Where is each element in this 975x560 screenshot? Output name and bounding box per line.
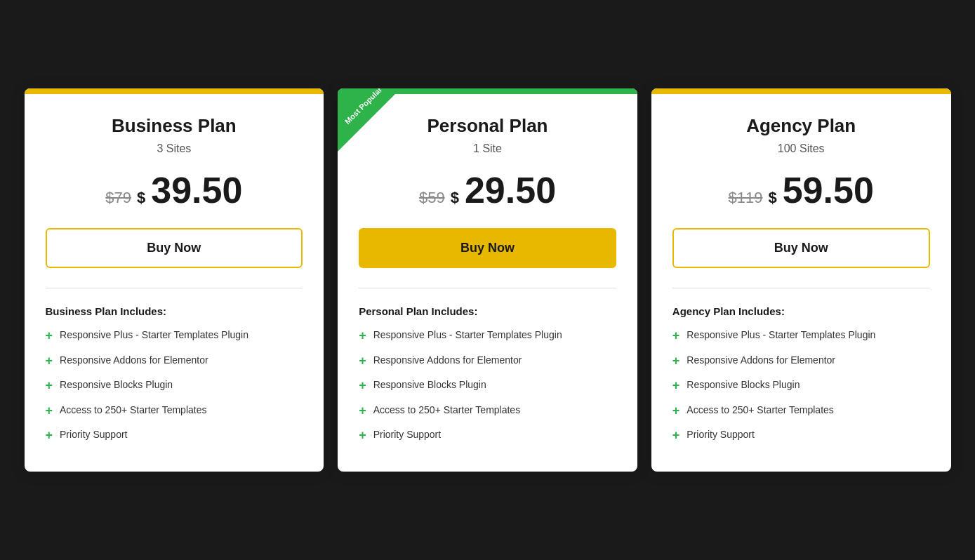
feature-text-personal-3: Access to 250+ Starter Templates [373, 404, 520, 418]
plus-icon: + [359, 378, 366, 394]
plus-icon: + [672, 378, 680, 394]
buy-button-business[interactable]: Buy Now [46, 228, 303, 268]
list-item: +Access to 250+ Starter Templates [46, 404, 303, 419]
list-item: +Responsive Addons for Elementor [46, 354, 303, 369]
feature-text-business-1: Responsive Addons for Elementor [60, 354, 208, 368]
price-amount-personal: 29.50 [465, 172, 556, 208]
dollar-sign-business: $ [137, 189, 145, 207]
includes-title-personal: Personal Plan Includes: [359, 305, 616, 317]
feature-text-agency-0: Responsive Plus - Starter Templates Plug… [687, 328, 875, 342]
list-item: +Access to 250+ Starter Templates [359, 404, 616, 419]
plan-sites-business: 3 Sites [46, 142, 303, 155]
pricing-card-personal: Most PopularPersonal Plan1 Site$59$29.50… [338, 88, 637, 472]
original-price-business: $79 [105, 189, 131, 207]
feature-list-business: +Responsive Plus - Starter Templates Plu… [46, 328, 303, 444]
plus-icon: + [672, 328, 680, 344]
card-content-agency: Agency Plan100 Sites$119$59.50Buy NowAge… [651, 94, 951, 458]
feature-text-business-0: Responsive Plus - Starter Templates Plug… [60, 328, 248, 342]
divider-agency [672, 288, 930, 288]
feature-text-personal-1: Responsive Addons for Elementor [373, 354, 522, 368]
feature-text-agency-2: Responsive Blocks Plugin [687, 378, 800, 392]
feature-text-agency-1: Responsive Addons for Elementor [687, 354, 835, 368]
card-top-bar-business [25, 88, 324, 94]
divider-business [46, 288, 303, 288]
list-item: +Responsive Blocks Plugin [359, 378, 616, 394]
plan-sites-agency: 100 Sites [672, 142, 930, 155]
feature-text-agency-3: Access to 250+ Starter Templates [687, 404, 833, 418]
feature-text-agency-4: Priority Support [687, 428, 754, 442]
list-item: +Responsive Plus - Starter Templates Plu… [672, 328, 930, 344]
card-content-business: Business Plan3 Sites$79$39.50Buy NowBusi… [25, 94, 324, 458]
feature-list-agency: +Responsive Plus - Starter Templates Plu… [672, 328, 930, 444]
list-item: +Responsive Addons for Elementor [672, 354, 930, 369]
pricing-card-agency: Agency Plan100 Sites$119$59.50Buy NowAge… [651, 88, 951, 472]
buy-button-agency[interactable]: Buy Now [672, 228, 930, 268]
plan-name-agency: Agency Plan [672, 115, 930, 137]
feature-text-personal-4: Priority Support [373, 428, 441, 442]
badge-text: Most Popular [343, 88, 385, 126]
feature-text-business-3: Access to 250+ Starter Templates [60, 404, 206, 418]
list-item: +Priority Support [359, 428, 616, 444]
price-row-business: $79$39.50 [46, 172, 303, 208]
plus-icon: + [46, 354, 53, 369]
price-row-personal: $59$29.50 [359, 172, 616, 208]
plus-icon: + [359, 428, 366, 444]
plus-icon: + [359, 354, 366, 369]
price-amount-agency: 59.50 [783, 172, 874, 208]
plus-icon: + [46, 404, 53, 419]
original-price-personal: $59 [419, 189, 445, 207]
card-top-bar-agency [651, 88, 951, 94]
list-item: +Responsive Plus - Starter Templates Plu… [46, 328, 303, 344]
list-item: +Responsive Plus - Starter Templates Plu… [359, 328, 616, 344]
list-item: +Priority Support [46, 428, 303, 444]
price-row-agency: $119$59.50 [672, 172, 930, 208]
pricing-card-business: Business Plan3 Sites$79$39.50Buy NowBusi… [25, 88, 324, 472]
original-price-agency: $119 [729, 189, 763, 207]
buy-button-personal[interactable]: Buy Now [359, 228, 616, 268]
price-amount-business: 39.50 [151, 172, 242, 208]
plus-icon: + [46, 428, 53, 444]
list-item: +Responsive Blocks Plugin [672, 378, 930, 394]
plus-icon: + [359, 404, 366, 419]
feature-text-business-4: Priority Support [60, 428, 127, 442]
plus-icon: + [46, 328, 53, 344]
most-popular-badge: Most Popular [338, 88, 401, 152]
feature-text-business-2: Responsive Blocks Plugin [60, 378, 173, 392]
plus-icon: + [672, 404, 680, 419]
plus-icon: + [46, 378, 53, 394]
plus-icon: + [359, 328, 366, 344]
feature-text-personal-2: Responsive Blocks Plugin [373, 378, 486, 392]
list-item: +Access to 250+ Starter Templates [672, 404, 930, 419]
list-item: +Responsive Addons for Elementor [359, 354, 616, 369]
plus-icon: + [672, 354, 680, 369]
includes-title-business: Business Plan Includes: [46, 305, 303, 317]
feature-list-personal: +Responsive Plus - Starter Templates Plu… [359, 328, 616, 444]
dollar-sign-personal: $ [451, 189, 459, 207]
plan-name-business: Business Plan [46, 115, 303, 137]
list-item: +Priority Support [672, 428, 930, 444]
divider-personal [359, 288, 616, 288]
feature-text-personal-0: Responsive Plus - Starter Templates Plug… [373, 328, 562, 342]
dollar-sign-agency: $ [768, 189, 776, 207]
pricing-container: Business Plan3 Sites$79$39.50Buy NowBusi… [18, 88, 958, 472]
list-item: +Responsive Blocks Plugin [46, 378, 303, 394]
plus-icon: + [672, 428, 680, 444]
includes-title-agency: Agency Plan Includes: [672, 305, 930, 317]
